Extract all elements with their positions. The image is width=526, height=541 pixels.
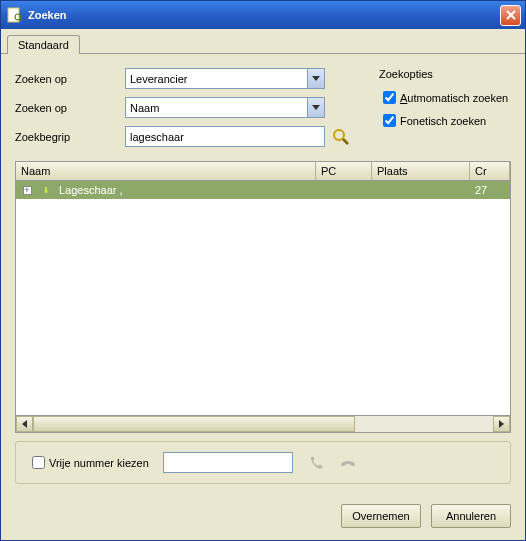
combo-search-type-button[interactable] [307,69,324,88]
chevron-down-icon [312,105,320,110]
col-cr[interactable]: Cr [470,162,510,180]
scroll-left-button[interactable] [16,416,33,432]
tab-standard[interactable]: Standaard [7,35,80,54]
hangup-icon[interactable] [339,454,357,472]
col-plaats[interactable]: Plaats [372,162,470,180]
free-number-label: Vrije nummer kiezen [49,457,149,469]
svg-line-2 [20,19,22,21]
phonetic-label: Fonetisch zoeken [400,115,486,127]
label-zoekbegrip: Zoekbegrip [15,131,125,143]
svg-point-5 [334,130,344,140]
scroll-thumb[interactable] [33,416,355,432]
cancel-button[interactable]: Annuleren [431,504,511,528]
row-icon [38,183,54,197]
auto-search-input[interactable] [383,91,396,104]
combo-search-field-button[interactable] [307,98,324,117]
dialog-footer: Overnemen Annuleren [1,494,525,540]
client-area: Standaard Zoeken op Leverancier Zoeken o… [1,29,525,540]
auto-search-label: Autmomatisch zoeken [400,92,508,104]
grid-body[interactable]: + Lageschaar , 27 [16,181,510,415]
combo-search-type[interactable]: Leverancier [125,68,325,89]
search-icon[interactable] [331,127,351,147]
close-icon [506,10,516,20]
close-button[interactable] [500,5,521,26]
phonetic-input[interactable] [383,114,396,127]
chevron-left-icon [22,420,27,428]
dial-icon[interactable] [307,454,325,472]
cell-cr: 27 [470,184,510,196]
search-dialog: Zoeken Standaard Zoeken op Leverancier [0,0,526,541]
col-pc[interactable]: PC [316,162,372,180]
label-zoeken-op-2: Zoeken op [15,102,125,114]
svg-point-7 [45,187,47,189]
svg-rect-8 [45,189,48,193]
phone-input[interactable] [163,452,293,473]
combo-search-field[interactable]: Naam [125,97,325,118]
scroll-track[interactable] [33,416,493,432]
scroll-right-button[interactable] [493,416,510,432]
combo-search-type-value: Leverancier [130,73,187,85]
phone-panel: Vrije nummer kiezen [15,441,511,484]
tab-body: Zoeken op Leverancier Zoeken op Naam [1,53,525,494]
combo-search-field-value: Naam [130,102,159,114]
free-number-checkbox[interactable]: Vrije nummer kiezen [28,453,149,472]
phonetic-checkbox[interactable]: Fonetisch zoeken [379,111,508,130]
row-expand[interactable]: + [16,186,38,195]
cell-naam: Lageschaar , [54,184,316,196]
grid-hscrollbar[interactable] [16,415,510,432]
person-icon [43,183,49,197]
results-grid: Naam PC Plaats Cr + Lageschaar , [15,161,511,433]
plus-icon: + [23,186,32,195]
chevron-right-icon [499,420,504,428]
options-heading: Zoekopties [379,68,508,80]
search-app-icon [7,7,23,23]
table-row[interactable]: + Lageschaar , 27 [16,181,510,199]
free-number-input[interactable] [32,456,45,469]
search-input[interactable] [125,126,325,147]
grid-header: Naam PC Plaats Cr [16,162,510,181]
window-title: Zoeken [28,9,67,21]
ok-button[interactable]: Overnemen [341,504,421,528]
col-naam[interactable]: Naam [16,162,316,180]
titlebar[interactable]: Zoeken [1,1,525,29]
svg-line-6 [343,139,348,144]
auto-search-checkbox[interactable]: Autmomatisch zoeken [379,88,508,107]
label-zoeken-op-1: Zoeken op [15,73,125,85]
chevron-down-icon [312,76,320,81]
tabstrip: Standaard [1,29,525,53]
